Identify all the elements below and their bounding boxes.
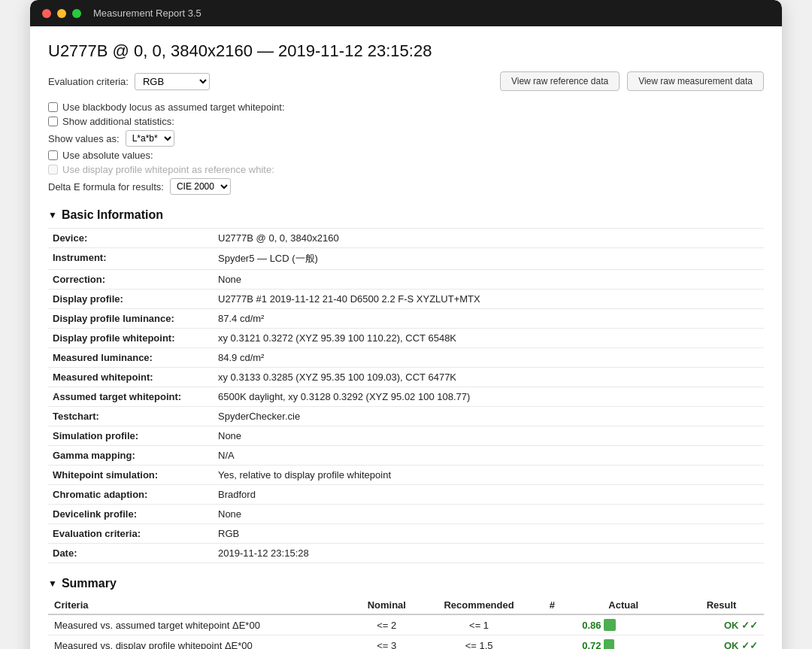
row-value: None: [214, 270, 764, 290]
row-value: xy 0.3133 0.3285 (XYZ 95.35 100 109.03),…: [214, 368, 764, 387]
maximize-button[interactable]: [72, 9, 81, 18]
basic-info-table: Device:U2777B @ 0, 0, 3840x2160Instrumen…: [48, 228, 764, 563]
view-raw-ref-button[interactable]: View raw reference data: [500, 71, 620, 91]
row-label: Gamma mapping:: [48, 446, 214, 466]
row-value: 2019-11-12 23:15:28: [214, 544, 764, 563]
table-row: Devicelink profile:None: [48, 505, 764, 524]
window-title: Measurement Report 3.5: [93, 8, 201, 19]
table-row: Evaluation criteria:RGB: [48, 524, 764, 544]
absolute-values-label: Use absolute values:: [62, 150, 153, 161]
blackbody-checkbox[interactable]: [48, 102, 58, 112]
row-label: Display profile luminance:: [48, 309, 214, 329]
app-window: Measurement Report 3.5 U2777B @ 0, 0, 38…: [30, 0, 782, 649]
summary-result: OK ✓✓: [679, 614, 764, 635]
row-label: Evaluation criteria:: [48, 524, 214, 544]
summary-nominal: <= 3: [351, 635, 422, 650]
row-value: RGB: [214, 524, 764, 544]
display-profile-row: Use display profile whitepoint as refere…: [48, 164, 764, 175]
top-row: Evaluation criteria: RGB Lab XYZ View ra…: [48, 71, 764, 91]
additional-stats-row: Show additional statistics:: [48, 116, 764, 127]
minimize-button[interactable]: [57, 9, 66, 18]
table-row: Simulation profile:None: [48, 426, 764, 446]
col-hash: #: [536, 596, 568, 614]
row-label: Assumed target whitepoint:: [48, 387, 214, 407]
summary-hash: [536, 635, 568, 650]
summary-actual: 0.72: [568, 635, 679, 650]
table-row: Measured whitepoint:xy 0.3133 0.3285 (XY…: [48, 368, 764, 387]
row-label: Instrument:: [48, 248, 214, 270]
row-label: Whitepoint simulation:: [48, 466, 214, 485]
table-row: Measured luminance:84.9 cd/m²: [48, 348, 764, 368]
row-label: Measured whitepoint:: [48, 368, 214, 387]
close-button[interactable]: [42, 9, 51, 18]
col-recommended: Recommended: [422, 596, 536, 614]
additional-stats-checkbox[interactable]: [48, 117, 58, 126]
row-label: Testchart:: [48, 407, 214, 426]
summary-hash: [536, 614, 568, 635]
table-row: Display profile whitepoint:xy 0.3121 0.3…: [48, 329, 764, 348]
summary-triangle: ▼: [48, 578, 57, 589]
table-row: Date:2019-11-12 23:15:28: [48, 544, 764, 563]
basic-info-header: ▼ Basic Information: [48, 208, 764, 222]
row-label: Device:: [48, 229, 214, 248]
btn-group: View raw reference data View raw measure…: [500, 71, 764, 91]
row-label: Display profile:: [48, 290, 214, 309]
table-row: Instrument:Spyder5 — LCD (一般): [48, 248, 764, 270]
row-value: U2777B @ 0, 0, 3840x2160: [214, 229, 764, 248]
show-values-select[interactable]: L*a*b* XYZ: [126, 130, 174, 147]
color-bar: [604, 639, 614, 649]
col-nominal: Nominal: [351, 596, 422, 614]
summary-criteria: Measured vs. assumed target whitepoint Δ…: [48, 614, 351, 635]
blackbody-row: Use blackbody locus as assumed target wh…: [48, 102, 764, 113]
absolute-values-row: Use absolute values:: [48, 150, 764, 161]
basic-info-triangle: ▼: [48, 210, 57, 220]
options-section: Use blackbody locus as assumed target wh…: [48, 102, 764, 195]
display-profile-checkbox[interactable]: [48, 165, 58, 174]
row-value: 87.4 cd/m²: [214, 309, 764, 329]
col-result: Result: [679, 596, 764, 614]
table-row: Display profile:U2777B #1 2019-11-12 21-…: [48, 290, 764, 309]
table-row: Testchart:SpyderChecker.cie: [48, 407, 764, 426]
main-content: U2777B @ 0, 0, 3840x2160 — 2019-11-12 23…: [30, 26, 782, 649]
delta-e-row: Delta E formula for results: CIE 2000 CI…: [48, 178, 764, 195]
eval-criteria-select[interactable]: RGB Lab XYZ: [135, 73, 210, 90]
eval-criteria-row: Evaluation criteria: RGB Lab XYZ: [48, 73, 210, 90]
display-profile-label: Use display profile whitepoint as refere…: [62, 164, 274, 175]
col-actual: Actual: [568, 596, 679, 614]
row-label: Chromatic adaption:: [48, 485, 214, 505]
summary-actual: 0.86: [568, 614, 679, 635]
summary-table: Criteria Nominal Recommended # Actual Re…: [48, 596, 764, 649]
basic-info-title: Basic Information: [62, 208, 163, 222]
table-row: Measured vs. display profile whitepoint …: [48, 635, 764, 650]
row-label: Devicelink profile:: [48, 505, 214, 524]
row-label: Measured luminance:: [48, 348, 214, 368]
row-value: 6500K daylight, xy 0.3128 0.3292 (XYZ 95…: [214, 387, 764, 407]
row-value: None: [214, 505, 764, 524]
color-bar: [604, 619, 616, 631]
delta-e-select[interactable]: CIE 2000 CIE 1976 CIE 1994: [170, 178, 231, 195]
blackbody-label: Use blackbody locus as assumed target wh…: [62, 102, 285, 113]
row-value: Spyder5 — LCD (一般): [214, 248, 764, 270]
delta-e-label: Delta E formula for results:: [48, 181, 164, 193]
eval-criteria-label: Evaluation criteria:: [48, 76, 129, 87]
row-label: Date:: [48, 544, 214, 563]
row-value: SpyderChecker.cie: [214, 407, 764, 426]
row-value: Bradford: [214, 485, 764, 505]
view-raw-measure-button[interactable]: View raw measurement data: [627, 71, 764, 91]
table-row: Chromatic adaption:Bradford: [48, 485, 764, 505]
table-row: Device:U2777B @ 0, 0, 3840x2160: [48, 229, 764, 248]
row-value: Yes, relative to display profile whitepo…: [214, 466, 764, 485]
row-label: Simulation profile:: [48, 426, 214, 446]
row-label: Display profile whitepoint:: [48, 329, 214, 348]
show-values-label: Show values as:: [48, 133, 120, 144]
absolute-values-checkbox[interactable]: [48, 150, 58, 160]
row-value: 84.9 cd/m²: [214, 348, 764, 368]
table-row: Assumed target whitepoint:6500K daylight…: [48, 387, 764, 407]
row-value: U2777B #1 2019-11-12 21-40 D6500 2.2 F-S…: [214, 290, 764, 309]
summary-recommended: <= 1.5: [422, 635, 536, 650]
row-label: Correction:: [48, 270, 214, 290]
table-row: Whitepoint simulation:Yes, relative to d…: [48, 466, 764, 485]
row-value: xy 0.3121 0.3272 (XYZ 95.39 100 110.22),…: [214, 329, 764, 348]
table-row: Gamma mapping:N/A: [48, 446, 764, 466]
summary-result: OK ✓✓: [679, 635, 764, 650]
